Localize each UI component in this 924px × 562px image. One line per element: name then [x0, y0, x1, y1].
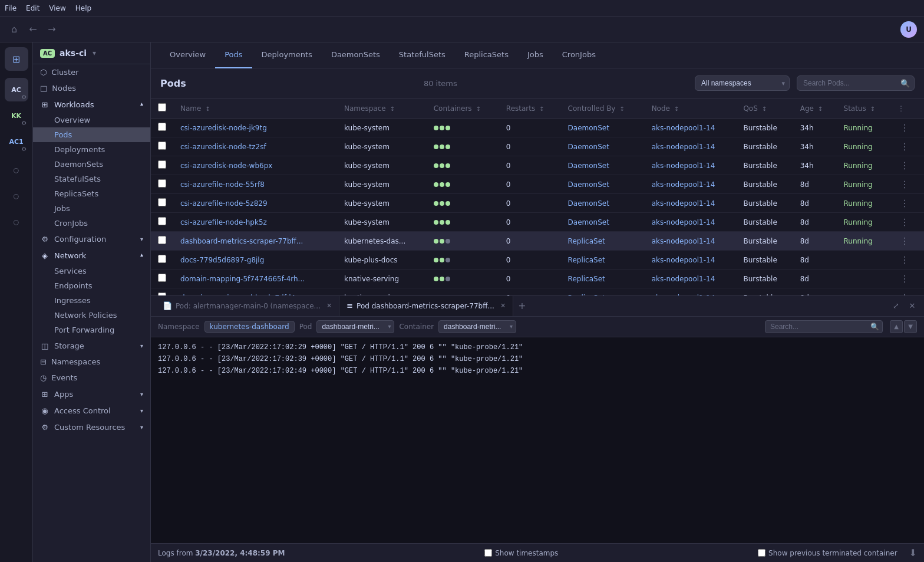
namespace-select[interactable]: All namespaces kube-system default monit… [695, 75, 790, 91]
pod-name-link[interactable]: domainmapping-webhook-7dfd4... [180, 294, 302, 295]
pod-name-link[interactable]: csi-azurefile-node-5z829 [180, 199, 268, 208]
pod-node-link[interactable]: aks-nodepool1-14 [652, 256, 715, 264]
sidebar-dropdown-icon[interactable]: ▾ [93, 49, 96, 57]
col-containers-header[interactable]: Containers ↕ [427, 98, 499, 119]
cluster-item-empty3[interactable]: ○ [5, 210, 28, 234]
row-actions-btn[interactable]: ⋮ [897, 254, 912, 265]
sidebar-item-overview[interactable]: Overview [33, 113, 150, 127]
row-checkbox[interactable] [158, 123, 166, 131]
show-timestamps-label[interactable]: Show timestamps [484, 549, 558, 557]
cluster-item-ac1[interactable]: AC1 ⚙ [5, 130, 28, 153]
terminal-nav-down-icon[interactable]: ▼ [904, 320, 917, 333]
row-actions-btn[interactable]: ⋮ [897, 292, 912, 295]
row-checkbox[interactable] [158, 292, 166, 295]
pod-controlled-by-link[interactable]: ReplicaSet [568, 256, 605, 264]
pod-node-link[interactable]: aks-nodepool1-14 [652, 143, 715, 151]
sidebar-item-statefulsets[interactable]: StatefulSets [33, 172, 150, 186]
tab-daemonsets[interactable]: DaemonSets [322, 42, 390, 68]
pod-controlled-by-link[interactable]: ReplicaSet [568, 294, 605, 295]
col-node-header[interactable]: Node ↕ [645, 98, 737, 119]
cluster-item-ac[interactable]: AC ⚙ [5, 78, 28, 101]
pod-node-link[interactable]: aks-nodepool1-14 [652, 237, 715, 245]
tab-cronjobs[interactable]: CronJobs [553, 42, 605, 68]
sidebar-group-configuration[interactable]: ⚙ Configuration ▾ [33, 231, 150, 247]
back-nav-icon[interactable]: ← [26, 22, 40, 37]
sidebar-item-services[interactable]: Services [33, 264, 150, 278]
terminal-search-input[interactable] [765, 320, 883, 333]
cluster-home-btn[interactable]: ⊞ [5, 47, 28, 71]
col-age-header[interactable]: Age ↕ [793, 98, 837, 119]
search-pods-input[interactable] [797, 75, 915, 91]
terminal-tab-add-btn[interactable]: + [513, 300, 530, 311]
row-checkbox[interactable] [158, 179, 166, 188]
sidebar-group-workloads[interactable]: ⊞ Workloads ▾ [33, 96, 150, 113]
terminal-close-icon[interactable]: ✕ [905, 299, 919, 313]
sidebar-item-port-forwarding[interactable]: Port Forwarding [33, 323, 150, 337]
sidebar-item-cluster[interactable]: ⬡ Cluster [33, 64, 150, 80]
menu-file[interactable]: File [5, 4, 16, 12]
sidebar-item-endpoints[interactable]: Endpoints [33, 278, 150, 293]
select-all-checkbox[interactable] [158, 103, 166, 111]
sidebar-item-network-policies[interactable]: Network Policies [33, 308, 150, 323]
show-timestamps-checkbox[interactable] [484, 549, 492, 557]
pod-controlled-by-link[interactable]: ReplicaSet [568, 275, 605, 283]
forward-nav-icon[interactable]: → [45, 22, 59, 37]
row-checkbox[interactable] [158, 198, 166, 206]
sidebar-group-storage[interactable]: ◫ Storage ▾ [33, 337, 150, 354]
tab-statefulsets[interactable]: StatefulSets [390, 42, 455, 68]
row-actions-btn[interactable]: ⋮ [897, 122, 912, 133]
row-actions-btn[interactable]: ⋮ [897, 216, 912, 228]
row-checkbox[interactable] [158, 255, 166, 263]
menu-view[interactable]: View [49, 4, 65, 12]
col-qos-header[interactable]: QoS ↕ [736, 98, 793, 119]
sidebar-group-network[interactable]: ◈ Network ▾ [33, 247, 150, 264]
sidebar-item-replicasets[interactable]: ReplicaSets [33, 186, 150, 201]
sidebar-item-cronjobs[interactable]: CronJobs [33, 216, 150, 231]
download-logs-icon[interactable]: ⬇ [909, 547, 917, 558]
pod-name-link[interactable]: csi-azurefile-node-hpk5z [180, 218, 267, 226]
user-avatar[interactable]: U [900, 21, 917, 38]
pod-controlled-by-link[interactable]: DaemonSet [568, 180, 609, 189]
sidebar-item-events[interactable]: ◷ Events [33, 370, 150, 386]
pod-node-link[interactable]: aks-nodepool1-14 [652, 124, 715, 132]
pod-name-link[interactable]: domain-mapping-5f7474665f-4rh... [180, 275, 305, 283]
row-actions-btn[interactable]: ⋮ [897, 160, 912, 171]
pod-name-link[interactable]: csi-azurefile-node-55rf8 [180, 180, 265, 189]
pod-select[interactable]: dashboard-metri... [316, 320, 394, 333]
show-previous-label[interactable]: Show previous terminated container [758, 549, 897, 557]
sidebar-item-ingresses[interactable]: Ingresses [33, 293, 150, 308]
row-checkbox[interactable] [158, 142, 166, 150]
col-status-header[interactable]: Status ↕ [837, 98, 891, 119]
terminal-maximize-icon[interactable]: ⤢ [889, 299, 903, 313]
sidebar-item-jobs[interactable]: Jobs [33, 201, 150, 216]
pod-node-link[interactable]: aks-nodepool1-14 [652, 180, 715, 189]
sidebar-item-nodes[interactable]: □ Nodes [33, 80, 150, 96]
tab-overview[interactable]: Overview [160, 42, 215, 68]
pod-name-link[interactable]: csi-azuredisk-node-wb6px [180, 162, 272, 170]
sidebar-group-apps[interactable]: ⊞ Apps ▾ [33, 386, 150, 402]
col-namespace-header[interactable]: Namespace ↕ [337, 98, 427, 119]
tab-deployments[interactable]: Deployments [252, 42, 322, 68]
pod-controlled-by-link[interactable]: DaemonSet [568, 124, 609, 132]
pod-node-link[interactable]: aks-nodepool1-14 [652, 162, 715, 170]
pod-controlled-by-link[interactable]: DaemonSet [568, 218, 609, 226]
row-checkbox[interactable] [158, 274, 166, 282]
sidebar-item-daemonsets[interactable]: DaemonSets [33, 157, 150, 172]
sidebar-item-pods[interactable]: Pods [33, 127, 150, 142]
pod-controlled-by-link[interactable]: DaemonSet [568, 162, 609, 170]
sidebar-group-custom-resources[interactable]: ⚙ Custom Resources ▾ [33, 419, 150, 435]
container-select[interactable]: dashboard-metri... [438, 320, 516, 333]
show-previous-checkbox[interactable] [758, 549, 765, 557]
sidebar-group-access-control[interactable]: ◉ Access Control ▾ [33, 402, 150, 419]
home-nav-icon[interactable]: ⌂ [7, 22, 21, 37]
menu-edit[interactable]: Edit [26, 4, 39, 12]
row-actions-btn[interactable]: ⋮ [897, 179, 912, 190]
pod-name-link[interactable]: docs-779d5d6897-g8jlg [180, 256, 264, 264]
row-actions-btn[interactable]: ⋮ [897, 198, 912, 209]
row-actions-btn[interactable]: ⋮ [897, 235, 912, 247]
pod-name-link[interactable]: csi-azuredisk-node-tz2sf [180, 143, 266, 151]
pod-name-link[interactable]: csi-azuredisk-node-jk9tg [180, 124, 267, 132]
row-checkbox[interactable] [158, 217, 166, 225]
pod-name-link[interactable]: dashboard-metrics-scraper-77bff... [180, 237, 303, 245]
row-checkbox[interactable] [158, 160, 166, 169]
